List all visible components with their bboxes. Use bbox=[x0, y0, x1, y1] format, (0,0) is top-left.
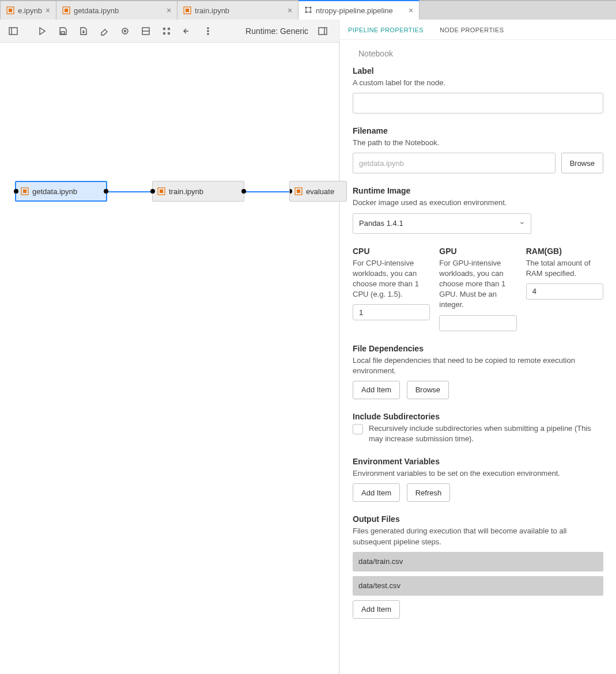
subdirs-title: Include Subdirectories bbox=[353, 412, 603, 421]
settings-icon[interactable] bbox=[116, 22, 134, 40]
close-icon[interactable]: × bbox=[167, 6, 171, 15]
label-title: Label bbox=[353, 66, 603, 75]
pipeline-node-getdata[interactable]: getdata.ipynb bbox=[15, 181, 107, 202]
svg-point-24 bbox=[207, 33, 209, 35]
svg-point-18 bbox=[164, 28, 165, 29]
clear-icon[interactable] bbox=[96, 22, 113, 40]
filename-desc: The path to the Notebook. bbox=[353, 138, 603, 148]
outputs-title: Output Files bbox=[353, 514, 603, 524]
svg-rect-3 bbox=[65, 9, 68, 12]
svg-point-20 bbox=[164, 32, 165, 34]
svg-rect-1 bbox=[9, 9, 12, 12]
envvars-desc: Environment variables to be set on the e… bbox=[353, 468, 603, 479]
pipeline-link[interactable] bbox=[106, 191, 152, 192]
tab-label: getdata.ipynb bbox=[74, 6, 163, 15]
node-label: train.ipynb bbox=[169, 187, 203, 196]
tab-bar: e.ipynb × getdata.ipynb × train.ipynb × … bbox=[0, 0, 616, 20]
notebook-icon bbox=[294, 187, 303, 195]
layout-icon[interactable] bbox=[158, 22, 175, 40]
envvars-title: Environment Variables bbox=[353, 457, 603, 466]
ram-input[interactable] bbox=[526, 283, 603, 300]
pipeline-node-train[interactable]: train.ipynb bbox=[152, 181, 244, 202]
close-icon[interactable]: × bbox=[46, 6, 50, 15]
ram-desc: The total amount of RAM specified. bbox=[526, 258, 603, 279]
runtime-label: Runtime: Generic bbox=[245, 26, 308, 36]
tab-node-properties[interactable]: NODE PROPERTIES bbox=[432, 20, 512, 39]
pipeline-icon bbox=[304, 6, 312, 16]
add-item-button[interactable]: Add Item bbox=[353, 600, 400, 619]
save-icon[interactable] bbox=[54, 22, 71, 40]
subdirs-desc: Recursively include subdirectories when … bbox=[369, 423, 603, 444]
properties-tabs: PIPELINE PROPERTIES NODE PROPERTIES bbox=[340, 20, 616, 40]
tab-pipeline[interactable]: ntropy-pipeline.pipeline × bbox=[298, 0, 420, 20]
svg-point-19 bbox=[168, 28, 170, 29]
port-in[interactable] bbox=[150, 189, 155, 194]
undo-icon[interactable] bbox=[179, 22, 196, 40]
panel-icon[interactable] bbox=[137, 22, 154, 40]
svg-point-21 bbox=[168, 32, 170, 34]
pipeline-node-evaluate[interactable]: evaluate bbox=[289, 181, 347, 202]
main-area: Runtime: Generic getdata.ipynb train.ipy… bbox=[0, 20, 616, 674]
svg-point-22 bbox=[207, 28, 209, 29]
node-label: getdata.ipynb bbox=[32, 187, 77, 196]
svg-rect-25 bbox=[319, 28, 327, 35]
tab-e-ipynb[interactable]: e.ipynb × bbox=[0, 1, 56, 20]
notebook-icon bbox=[157, 187, 165, 195]
svg-point-15 bbox=[124, 30, 126, 32]
subdirs-checkbox[interactable] bbox=[353, 424, 363, 434]
export-icon[interactable] bbox=[75, 22, 92, 40]
label-input[interactable] bbox=[353, 93, 603, 113]
svg-rect-13 bbox=[61, 32, 65, 34]
tab-train-ipynb[interactable]: train.ipynb × bbox=[177, 1, 298, 20]
filename-input[interactable] bbox=[353, 153, 555, 173]
refresh-button[interactable]: Refresh bbox=[407, 483, 451, 502]
svg-marker-12 bbox=[40, 28, 45, 35]
tab-pipeline-properties[interactable]: PIPELINE PROPERTIES bbox=[340, 20, 432, 39]
output-file-item[interactable]: data/train.csv bbox=[353, 552, 603, 571]
ram-title: RAM(GB) bbox=[526, 247, 603, 256]
runtime-select[interactable]: Pandas 1.4.1 bbox=[353, 213, 531, 234]
svg-rect-10 bbox=[9, 28, 17, 35]
add-item-button[interactable]: Add Item bbox=[353, 381, 400, 399]
svg-rect-30 bbox=[160, 190, 163, 193]
node-label: evaluate bbox=[306, 187, 334, 196]
outputs-desc: Files generated during execution that wi… bbox=[353, 526, 603, 547]
run-icon[interactable] bbox=[33, 22, 51, 40]
svg-point-23 bbox=[207, 31, 209, 32]
port-in[interactable] bbox=[14, 189, 18, 194]
tab-label: train.ipynb bbox=[195, 6, 284, 15]
pipeline-canvas[interactable]: getdata.ipynb train.ipynb evaluate bbox=[0, 43, 339, 674]
cpu-desc: For CPU-intensive workloads, you can cho… bbox=[353, 258, 430, 300]
panel-left-toggle-icon[interactable] bbox=[5, 22, 22, 40]
gpu-title: GPU bbox=[439, 247, 516, 256]
tab-label: e.ipynb bbox=[18, 6, 42, 15]
browse-button[interactable]: Browse bbox=[407, 381, 449, 399]
filedeps-title: File Dependencies bbox=[353, 344, 603, 353]
gpu-desc: For GPU-intensive workloads, you can cho… bbox=[439, 258, 516, 311]
close-icon[interactable]: × bbox=[409, 6, 413, 15]
cpu-input[interactable] bbox=[353, 304, 430, 320]
svg-point-14 bbox=[122, 28, 128, 34]
svg-rect-28 bbox=[23, 190, 27, 193]
gpu-input[interactable] bbox=[439, 315, 516, 331]
notebook-icon bbox=[21, 187, 29, 195]
tab-getdata-ipynb[interactable]: getdata.ipynb × bbox=[56, 1, 177, 20]
pipeline-link[interactable] bbox=[244, 191, 290, 192]
add-item-button[interactable]: Add Item bbox=[353, 483, 400, 502]
browse-button[interactable]: Browse bbox=[561, 153, 603, 173]
port-in[interactable] bbox=[289, 189, 292, 194]
output-file-item[interactable]: data/test.csv bbox=[353, 576, 603, 596]
panel-right-toggle-icon[interactable] bbox=[314, 22, 331, 40]
pipeline-toolbar: Runtime: Generic bbox=[0, 20, 339, 43]
runtime-desc: Docker image used as execution environme… bbox=[353, 198, 603, 208]
svg-rect-5 bbox=[186, 9, 189, 12]
close-icon[interactable]: × bbox=[288, 6, 292, 15]
more-icon[interactable] bbox=[199, 22, 217, 40]
filename-title: Filename bbox=[353, 126, 603, 135]
port-out[interactable] bbox=[241, 189, 246, 194]
properties-panel: PIPELINE PROPERTIES NODE PROPERTIES Note… bbox=[339, 20, 616, 674]
filedeps-desc: Local file dependencies that need to be … bbox=[353, 355, 603, 376]
port-out[interactable] bbox=[104, 189, 108, 194]
svg-rect-32 bbox=[297, 190, 300, 193]
notebook-icon bbox=[6, 6, 14, 14]
